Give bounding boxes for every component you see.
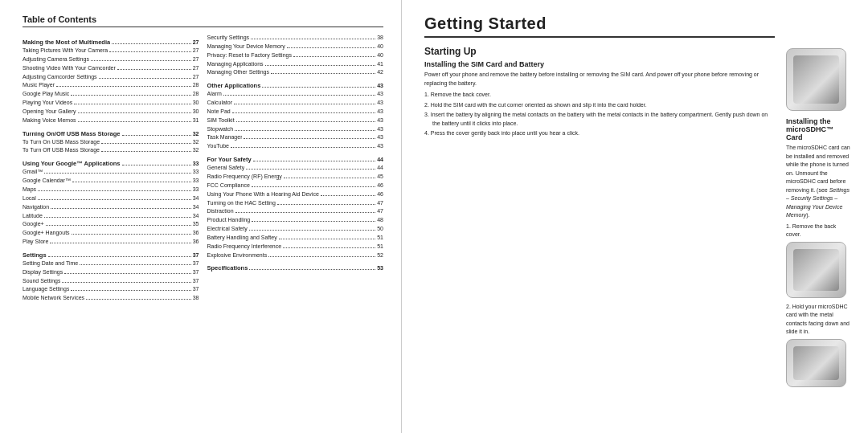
toc-page-num: 38: [377, 34, 383, 43]
toc-entry-label: Playing Your Videos: [23, 99, 72, 108]
toc-dots: [232, 112, 376, 113]
toc-page-num: 28: [193, 81, 199, 90]
toc-entry: Google+ Hangouts36: [23, 229, 199, 238]
toc-page-num: 31: [193, 116, 199, 125]
toc-entry-label: Managing Other Settings: [207, 68, 269, 77]
toc-dots: [321, 195, 375, 196]
toc-entry: To Turn On USB Mass Storage32: [23, 138, 199, 147]
toc-page-num: 43: [377, 108, 383, 116]
toc-dots: [122, 165, 191, 165]
toc-dots: [287, 47, 375, 48]
toc-entry-label: Turning on the HAC Setting: [207, 199, 276, 208]
toc-entry-label: Navigation: [23, 203, 49, 212]
toc-page-num: 44: [377, 164, 383, 173]
toc-dots: [38, 199, 191, 200]
toc-dots: [268, 256, 375, 257]
toc-dots: [112, 43, 191, 44]
toc-entry: Google Calendar™33: [23, 177, 199, 186]
toc-num: 27: [193, 39, 199, 45]
toc-entry: Product Handling48: [207, 216, 384, 225]
toc-page-num: 42: [377, 68, 383, 77]
toc-dots: [78, 121, 191, 122]
toc-page-num: 38: [193, 294, 199, 303]
toc-entry: Security Settings38: [207, 34, 384, 43]
toc-page-num: 30: [193, 108, 199, 116]
toc-entry-label: Radio Frequency Interference: [207, 243, 282, 251]
toc-entry-label: Adjusting Camcorder Settings: [23, 73, 97, 82]
toc-page-num: 27: [193, 55, 199, 64]
phone-image-bottom: [786, 339, 846, 387]
toc-page-num: 43: [377, 133, 383, 142]
toc-entry: To Turn Off USB Mass Storage32: [23, 146, 199, 155]
micro-title: Installing the microSDHC™ Card: [786, 117, 850, 141]
toc-dots: [117, 69, 191, 70]
toc-entry: Latitude34: [23, 212, 199, 221]
toc-dots: [56, 86, 191, 87]
toc-header-label: Using Your Google™ Applications: [23, 160, 121, 167]
toc-entry: Alarm43: [207, 90, 384, 99]
toc-page-num: 27: [193, 47, 199, 55]
toc-dots: [91, 60, 191, 61]
toc-col-2: Security Settings38Managing Your Device …: [207, 34, 384, 303]
toc-dots: [44, 217, 191, 218]
micro-body: The microSDHC card can be installed and …: [786, 144, 850, 220]
toc-entry: Adjusting Camcorder Settings27: [23, 73, 199, 82]
toc-dots: [44, 173, 190, 174]
toc-col-1: Making the Most of Multimedia27Taking Pi…: [23, 34, 199, 303]
toc-dots: [74, 104, 191, 104]
toc-dots: [293, 56, 375, 57]
toc-entry-label: Task Manager: [207, 133, 243, 142]
toc-dots: [72, 234, 191, 235]
toc-entry-label: SIM Toolkit: [207, 116, 235, 125]
toc-dots: [235, 212, 376, 213]
toc-dots: [246, 169, 375, 170]
toc-dots: [252, 186, 375, 187]
toc-entry-label: Google Play Music: [23, 90, 69, 99]
toc-entry-label: Mobile Network Services: [23, 294, 84, 303]
toc-dots: [80, 264, 190, 265]
toc-dots: [99, 78, 191, 79]
toc-page-num: 41: [377, 60, 383, 69]
toc-entry-label: To Turn Off USB Mass Storage: [23, 146, 100, 155]
toc-entry: Using Your Phone With a Hearing Aid Devi…: [207, 190, 384, 199]
toc-header-label: For Your Safety: [207, 156, 252, 163]
toc-title: Table of Contents: [23, 14, 383, 27]
section-title: Starting Up: [424, 46, 775, 57]
toc-page-num: 37: [193, 268, 199, 277]
toc-entry: SIM Toolkit43: [207, 116, 384, 125]
toc-entry-label: Battery Handling and Saftey: [207, 234, 277, 243]
toc-entry: Local34: [23, 194, 199, 203]
toc-dots: [50, 243, 190, 243]
toc-dots: [252, 221, 375, 222]
toc-entry-label: Alarm: [207, 90, 222, 99]
toc-page-num: 50: [377, 225, 383, 234]
right-page: Getting Started Starting Up Installing t…: [402, 0, 868, 433]
toc-dots: [249, 269, 375, 270]
toc-entry: Managing Applications41: [207, 60, 384, 69]
toc-dots: [71, 95, 190, 96]
toc-page-num: 43: [377, 142, 383, 151]
toc-entry-label: Language Settings: [23, 285, 69, 294]
toc-entry: Navigation34: [23, 203, 199, 212]
toc-dots: [277, 204, 375, 205]
toc-entry: Stopwatch43: [207, 125, 384, 134]
toc-entry: Note Pad43: [207, 108, 384, 116]
toc-dots: [283, 247, 375, 248]
toc-page-num: 51: [377, 234, 383, 243]
toc-section-header: Using Your Google™ Applications33: [23, 160, 199, 167]
toc-entry-label: Adjusting Camera Settings: [23, 55, 89, 64]
toc-header-label: Settings: [23, 251, 47, 259]
toc-dots: [109, 51, 190, 52]
toc-entry: Mobile Network Services38: [23, 294, 199, 303]
toc-entry-label: Google+ Hangouts: [23, 229, 70, 238]
toc-entry-label: Setting Date and Time: [23, 259, 78, 268]
toc-dots: [223, 95, 375, 96]
toc-page-num: 43: [377, 99, 383, 108]
step-item: 4. Press the cover gently back into plac…: [424, 129, 775, 138]
toc-entry-label: Gmail™: [23, 168, 43, 177]
subsection1-title: Installing the SIM Card and Battery: [424, 60, 775, 68]
toc-dots: [101, 143, 191, 144]
toc-page-num: 40: [377, 43, 383, 51]
toc-page-num: 34: [193, 194, 199, 203]
images-col: Installing the microSDHC™ Card The micro…: [786, 14, 850, 419]
